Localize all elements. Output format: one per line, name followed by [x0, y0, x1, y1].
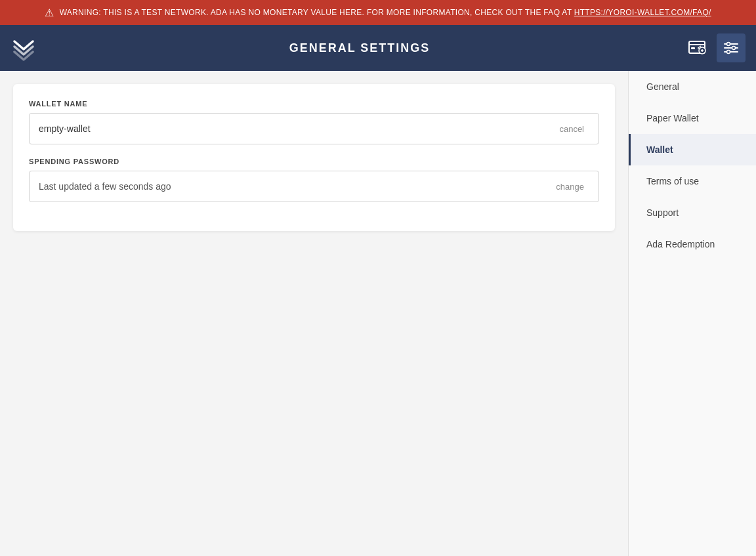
send-receive-button[interactable]	[682, 33, 711, 62]
sidebar-label-paper-wallet: Paper Wallet	[646, 113, 699, 123]
change-password-button[interactable]: change	[551, 179, 589, 194]
sidebar-label-general: General	[646, 81, 679, 92]
warning-text: WARNING: THIS IS A TEST NETWORK. ADA HAS…	[60, 8, 711, 17]
sidebar-label-wallet: Wallet	[646, 144, 673, 155]
filter-settings-button[interactable]	[717, 33, 746, 62]
sidebar-label-support: Support	[646, 207, 679, 218]
svg-point-8	[732, 47, 735, 50]
settings-card: WALLET NAME cancel SPENDING PASSWORD Las…	[13, 84, 615, 231]
main-layout: WALLET NAME cancel SPENDING PASSWORD Las…	[0, 71, 756, 556]
warning-banner: ⚠ WARNING: THIS IS A TEST NETWORK. ADA H…	[0, 0, 756, 25]
app-header: GENERAL SETTINGS	[0, 25, 756, 71]
sidebar-label-ada-redemption: Ada Redemption	[646, 239, 715, 249]
spending-password-label: SPENDING PASSWORD	[29, 158, 599, 165]
warning-link[interactable]: HTTPS://YOROI-WALLET.COM/FAQ/	[574, 8, 711, 17]
spending-password-field-group: SPENDING PASSWORD Last updated a few sec…	[29, 158, 599, 202]
sidebar-item-general[interactable]: General	[629, 71, 756, 102]
page-title: GENERAL SETTINGS	[289, 41, 430, 55]
content-area: WALLET NAME cancel SPENDING PASSWORD Las…	[0, 71, 628, 556]
sidebar-item-ada-redemption[interactable]: Ada Redemption	[629, 228, 756, 260]
filter-icon	[722, 39, 740, 57]
sidebar-item-terms-of-use[interactable]: Terms of use	[629, 165, 756, 197]
svg-rect-2	[691, 47, 695, 49]
spending-password-status: Last updated a few seconds ago	[39, 181, 551, 192]
header-actions	[682, 33, 746, 62]
send-receive-icon	[688, 39, 706, 57]
sidebar-item-support[interactable]: Support	[629, 197, 756, 228]
spending-password-wrapper: Last updated a few seconds ago change	[29, 171, 599, 202]
cancel-button[interactable]: cancel	[554, 121, 589, 137]
wallet-name-input[interactable]	[39, 123, 554, 134]
settings-sidebar: General Paper Wallet Wallet Terms of use…	[628, 71, 756, 556]
sidebar-label-terms-of-use: Terms of use	[646, 176, 699, 186]
warning-message: WARNING: THIS IS A TEST NETWORK. ADA HAS…	[60, 8, 572, 17]
sidebar-item-wallet[interactable]: Wallet	[629, 134, 756, 165]
logo-area	[10, 35, 37, 61]
wallet-name-label: WALLET NAME	[29, 100, 599, 108]
wallet-name-field-group: WALLET NAME cancel	[29, 100, 599, 144]
warning-icon: ⚠	[45, 7, 54, 19]
sidebar-item-paper-wallet[interactable]: Paper Wallet	[629, 102, 756, 134]
wallet-name-input-wrapper: cancel	[29, 113, 599, 144]
svg-point-7	[726, 43, 730, 46]
svg-point-9	[726, 51, 730, 54]
yoroi-logo-icon	[10, 35, 37, 61]
